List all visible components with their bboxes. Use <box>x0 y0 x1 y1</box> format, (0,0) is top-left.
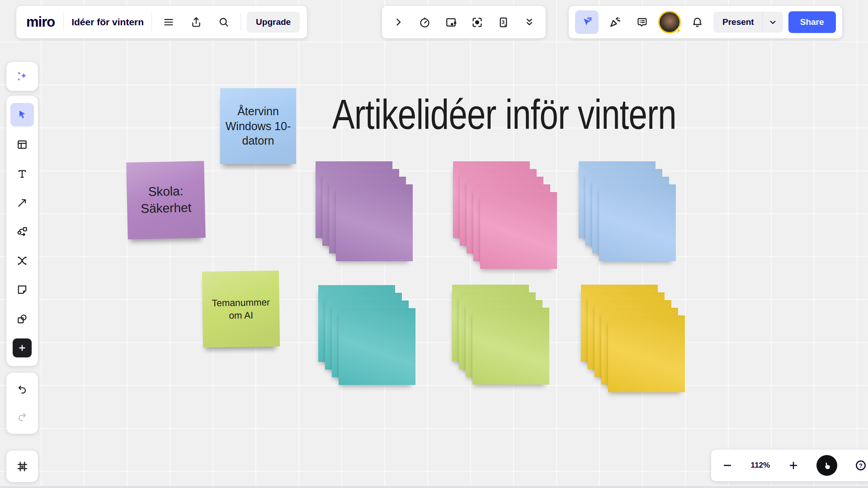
creation-toolbar <box>6 96 38 366</box>
lightning-badge-icon <box>673 24 684 36</box>
history-toolbar <box>6 373 38 434</box>
reactions-icon <box>609 16 621 28</box>
divider <box>241 14 241 31</box>
plus-icon <box>13 338 32 357</box>
export-button[interactable] <box>185 11 207 33</box>
share-button[interactable]: Share <box>788 11 836 33</box>
estimation-button[interactable]: 3 <box>492 11 514 33</box>
sticky-stack-layer[interactable] <box>480 192 557 269</box>
shapes-tool[interactable] <box>11 308 33 330</box>
mind-map-tool[interactable] <box>11 250 33 272</box>
frames-button[interactable] <box>11 455 33 477</box>
add-more-tools-button[interactable] <box>11 337 33 359</box>
connector-icon <box>16 226 28 238</box>
menu-icon <box>163 16 175 28</box>
follow-cursors-toggle[interactable] <box>575 10 599 34</box>
collapse-toolbar-icon <box>524 17 535 28</box>
sticky-stack-layer[interactable] <box>608 315 685 392</box>
expand-toolbar-icon <box>393 17 404 28</box>
zoom-level[interactable]: 112% <box>751 461 770 470</box>
hand-icon <box>821 459 833 471</box>
spotlight-button[interactable] <box>466 11 488 33</box>
templates-icon <box>16 139 28 150</box>
reactions-button[interactable] <box>604 11 626 33</box>
follow-cursors-icon <box>580 16 593 28</box>
arrow-icon <box>16 197 28 209</box>
help-icon: ? <box>854 459 867 472</box>
zoom-in-icon <box>788 460 799 471</box>
sticky-note[interactable]: Skola: Säkerhet <box>126 161 206 239</box>
bell-icon <box>691 16 703 28</box>
hand-mode-button[interactable] <box>816 455 837 476</box>
screen-share-icon <box>445 16 457 28</box>
zoom-out-button[interactable] <box>718 456 736 474</box>
whiteboard-canvas[interactable]: Artikelidéer inför vintern Återvinn Wind… <box>0 0 868 488</box>
spotlight-icon <box>471 16 483 28</box>
sticky-note-tool[interactable] <box>11 279 33 300</box>
ai-sparkles-icon <box>15 70 29 83</box>
board-title[interactable]: Idéer för vintern <box>70 17 146 28</box>
zoom-in-button[interactable] <box>784 456 802 474</box>
sticky-note-text: Temanummer om AI <box>207 296 275 323</box>
estimation-number: 3 <box>501 19 505 25</box>
present-button[interactable]: Present <box>713 12 783 33</box>
present-label: Present <box>713 12 762 33</box>
canvas-heading-text[interactable]: Artikelidéer inför vintern <box>332 90 676 139</box>
undo-button[interactable] <box>11 379 33 400</box>
select-tool[interactable] <box>10 103 34 127</box>
screen-share-button[interactable] <box>440 11 462 33</box>
miro-logo[interactable]: miro <box>24 14 57 30</box>
templates-tool[interactable] <box>11 134 33 155</box>
redo-button[interactable] <box>11 406 33 428</box>
select-cursor-icon <box>16 109 28 121</box>
arrow-tool[interactable] <box>11 192 33 214</box>
undo-icon <box>16 384 28 395</box>
expand-toolbar-button[interactable] <box>387 11 409 33</box>
timer-button[interactable] <box>414 11 435 33</box>
header-board-card: miro Idéer för vintern Upgrade <box>16 6 307 38</box>
divider <box>63 14 64 31</box>
sticky-note-icon <box>16 284 28 296</box>
zoom-controls-card: 112% ? <box>711 450 868 481</box>
timer-icon <box>419 16 431 28</box>
comments-button[interactable] <box>631 11 653 33</box>
chevron-down-icon <box>769 19 777 26</box>
zoom-out-icon <box>722 460 733 471</box>
redo-icon <box>16 411 28 423</box>
ai-create-button[interactable] <box>11 66 33 87</box>
main-menu-button[interactable] <box>158 11 179 33</box>
divider <box>151 14 152 31</box>
sticky-stack-layer[interactable] <box>472 308 549 385</box>
sticky-note[interactable]: Temanummer om AI <box>202 271 280 347</box>
text-icon <box>16 168 28 180</box>
comments-icon <box>636 16 648 28</box>
connector-tool[interactable] <box>11 221 33 243</box>
search-button[interactable] <box>213 11 235 33</box>
estimation-icon: 3 <box>497 16 509 28</box>
export-icon <box>190 16 202 28</box>
svg-text:?: ? <box>859 462 863 469</box>
upgrade-button[interactable]: Upgrade <box>247 12 300 33</box>
sticky-note[interactable]: Återvinn Windows 10-datorn <box>220 88 296 164</box>
mind-map-icon <box>16 255 28 267</box>
sticky-note-text: Skola: Säkerhet <box>131 183 201 217</box>
sticky-stack-layer[interactable] <box>339 308 415 385</box>
present-dropdown[interactable] <box>763 19 783 26</box>
notifications-button[interactable] <box>686 11 708 33</box>
frames-card <box>6 450 38 482</box>
user-avatar[interactable] <box>658 11 681 33</box>
collapse-toolbar-button[interactable] <box>519 11 540 33</box>
header-facilitation-card: 3 <box>382 6 546 38</box>
sticky-stack-layer[interactable] <box>336 184 413 261</box>
sticky-stack-layer[interactable] <box>599 184 676 261</box>
header-collaboration-card: Present Share <box>569 6 842 38</box>
search-icon <box>218 16 230 28</box>
ai-create-card <box>6 62 38 91</box>
window-bottom-edge <box>0 486 868 488</box>
text-tool[interactable] <box>11 163 33 185</box>
frame-icon <box>16 460 28 473</box>
sticky-note-text: Återvinn Windows 10-datorn <box>225 104 292 148</box>
shapes-icon <box>16 313 28 325</box>
help-button[interactable]: ? <box>852 456 868 474</box>
